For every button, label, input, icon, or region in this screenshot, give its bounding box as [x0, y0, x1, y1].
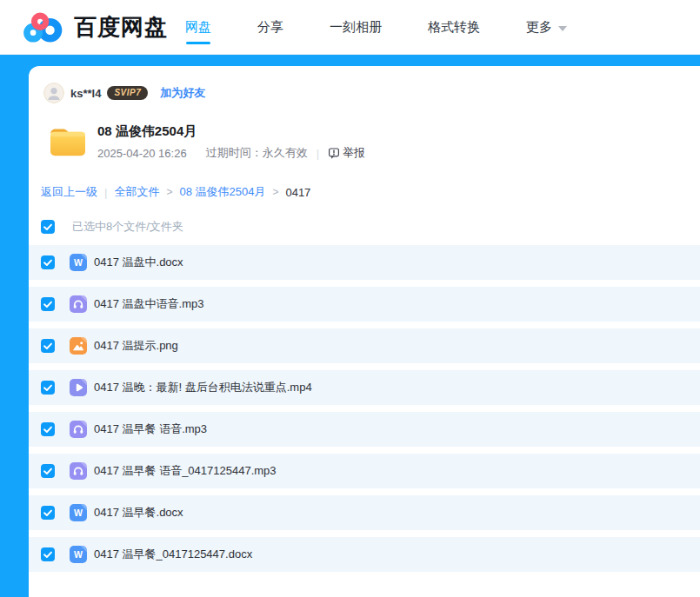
- file-row[interactable]: 0417 温早餐 语音.mp3: [29, 412, 700, 447]
- file-row[interactable]: 0417 温提示.png: [29, 328, 700, 363]
- file-row[interactable]: 0417 温盘中语音.mp3: [29, 287, 700, 322]
- expire-label: 过期时间：永久有效: [206, 145, 308, 161]
- select-all-checkbox[interactable]: [41, 220, 55, 234]
- breadcrumb: 返回上一级 | 全部文件 > 08 温俊伟2504月 > 0417: [41, 184, 700, 200]
- file-row[interactable]: W 0417 温盘中.docx: [29, 245, 700, 280]
- add-friend-link[interactable]: 加为好友: [160, 85, 205, 101]
- logo-text: 百度网盘: [74, 12, 168, 43]
- main-nav: 网盘 分享 一刻相册 格式转换 更多: [185, 0, 567, 54]
- word-file-icon: W: [70, 504, 87, 521]
- share-content-panel: ks**l4 SVIP7 加为好友 08 温俊伟2504月 2025-04-2: [29, 66, 700, 597]
- nav-tab-netdisk[interactable]: 网盘: [185, 0, 211, 54]
- report-label: 举报: [343, 145, 365, 161]
- file-checkbox[interactable]: [41, 464, 55, 478]
- file-row[interactable]: 0417 温早餐 语音_0417125447.mp3: [29, 454, 700, 488]
- svg-text:W: W: [74, 549, 83, 560]
- app-logo[interactable]: 百度网盘: [23, 10, 168, 43]
- file-name[interactable]: 0417 温盘中.docx: [94, 255, 183, 270]
- file-name[interactable]: 0417 温晚：最新! 盘后台积电法说重点.mp4: [94, 380, 312, 395]
- file-name[interactable]: 0417 温提示.png: [94, 338, 178, 354]
- file-name[interactable]: 0417 温早餐 语音.mp3: [94, 421, 207, 437]
- baidu-netdisk-logo-icon: [23, 10, 63, 43]
- image-file-icon: [70, 337, 87, 355]
- shared-folder-info: 08 温俊伟2504月 2025-04-20 16:26 过期时间：永久有效 |…: [48, 123, 700, 161]
- svip-badge: SVIP7: [107, 86, 148, 100]
- video-file-icon: [70, 379, 87, 396]
- file-row[interactable]: W 0417 温早餐_0417125447.docx: [29, 537, 700, 572]
- word-file-icon: W: [70, 254, 87, 271]
- file-checkbox[interactable]: [41, 339, 55, 353]
- breadcrumb-separator: >: [272, 186, 278, 198]
- file-checkbox[interactable]: [41, 547, 55, 561]
- share-owner-name: ks**l4: [70, 87, 101, 100]
- share-date: 2025-04-20 16:26: [97, 147, 187, 160]
- file-checkbox[interactable]: [41, 255, 55, 269]
- file-checkbox[interactable]: [41, 422, 55, 436]
- selection-count-label: 已选中8个文件/文件夹: [72, 219, 183, 235]
- file-row[interactable]: W 0417 温早餐.docx: [29, 495, 700, 530]
- top-header: 百度网盘 网盘 分享 一刻相册 格式转换 更多: [0, 0, 700, 55]
- breadcrumb-back-link[interactable]: 返回上一级: [41, 184, 97, 200]
- shared-folder-title: 08 温俊伟2504月: [97, 123, 365, 140]
- share-owner-row: ks**l4 SVIP7 加为好友: [43, 83, 700, 103]
- file-checkbox[interactable]: [41, 381, 55, 395]
- chevron-down-icon: [558, 26, 567, 31]
- file-name[interactable]: 0417 温早餐.docx: [94, 505, 183, 521]
- audio-file-icon: [70, 462, 87, 480]
- word-file-icon: W: [70, 546, 87, 563]
- breadcrumb-folder-link[interactable]: 08 温俊伟2504月: [179, 184, 265, 200]
- audio-file-icon: [70, 421, 87, 438]
- breadcrumb-current: 0417: [285, 186, 310, 199]
- svg-text:W: W: [74, 257, 83, 268]
- nav-tab-more[interactable]: 更多: [526, 0, 567, 54]
- audio-file-icon: [70, 295, 87, 313]
- file-row[interactable]: 0417 温晚：最新! 盘后台积电法说重点.mp4: [29, 370, 700, 405]
- nav-tab-share[interactable]: 分享: [257, 0, 283, 54]
- avatar: [43, 83, 64, 103]
- file-list: W 0417 温盘中.docx 0417 温盘中语音.mp3 041: [29, 245, 700, 572]
- breadcrumb-all-files-link[interactable]: 全部文件: [114, 184, 159, 200]
- file-name[interactable]: 0417 温早餐_0417125447.docx: [94, 547, 252, 562]
- report-button[interactable]: 举报: [328, 145, 365, 161]
- svg-text:W: W: [74, 507, 83, 518]
- select-all-row: 已选中8个文件/文件夹: [29, 216, 700, 237]
- file-name[interactable]: 0417 温早餐 语音_0417125447.mp3: [94, 463, 277, 479]
- breadcrumb-separator: >: [166, 186, 172, 198]
- folder-icon: [48, 123, 88, 161]
- report-icon: [328, 147, 340, 160]
- file-checkbox[interactable]: [41, 506, 55, 520]
- nav-tab-album[interactable]: 一刻相册: [330, 0, 382, 54]
- file-name[interactable]: 0417 温盘中语音.mp3: [94, 296, 203, 312]
- file-checkbox[interactable]: [41, 297, 55, 311]
- nav-tab-format-convert[interactable]: 格式转换: [428, 0, 480, 54]
